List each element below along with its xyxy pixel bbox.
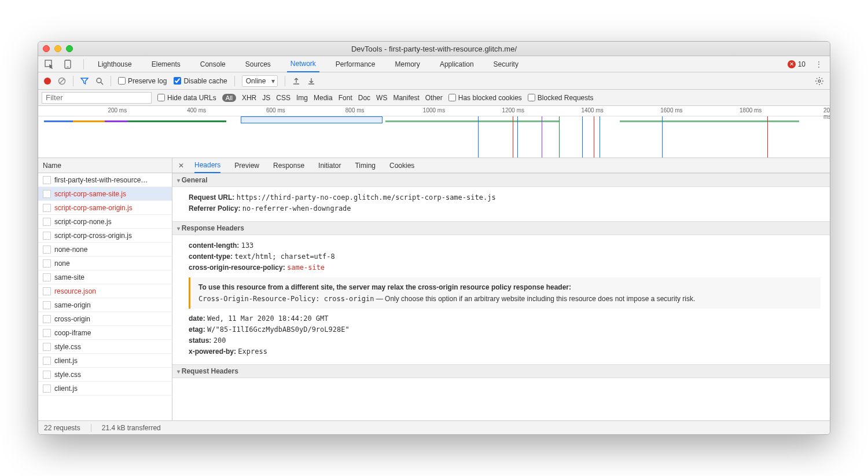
timeline-tick: 1200 ms xyxy=(502,107,524,113)
more-menu-icon[interactable]: ⋮ xyxy=(814,60,824,68)
error-count-badge[interactable]: ✕ 10 xyxy=(788,60,806,68)
panel-tab-lighthouse[interactable]: Lighthouse xyxy=(94,56,135,72)
device-toggle-icon[interactable] xyxy=(62,59,73,69)
file-icon xyxy=(43,329,51,337)
request-name: same-site xyxy=(54,273,84,281)
timeline-tick: 600 ms xyxy=(266,107,285,113)
timeline-tick: 800 ms xyxy=(345,107,365,113)
search-icon[interactable] xyxy=(95,77,104,85)
detail-tab-initiator[interactable]: Initiator xyxy=(318,158,341,173)
panel-tab-sources[interactable]: Sources xyxy=(242,56,274,72)
request-row[interactable]: cross-origin xyxy=(38,312,172,326)
detail-tab-headers[interactable]: Headers xyxy=(194,158,220,173)
filter-icon[interactable] xyxy=(80,77,89,85)
request-name: script-corp-cross-origin.js xyxy=(54,232,132,240)
request-row[interactable]: same-site xyxy=(38,270,172,284)
error-count: 10 xyxy=(798,60,806,68)
panel-tab-performance[interactable]: Performance xyxy=(332,56,379,72)
waterfall-overview[interactable]: 200 ms400 ms600 ms800 ms1000 ms1200 ms14… xyxy=(38,106,830,158)
devtools-window: DevTools - first-party-test-with-resourc… xyxy=(38,41,830,435)
svg-rect-2 xyxy=(67,67,69,67)
filter-input[interactable] xyxy=(42,92,152,104)
settings-gear-icon[interactable] xyxy=(815,76,824,86)
filter-type-xhr[interactable]: XHR xyxy=(242,94,256,102)
filter-type-doc[interactable]: Doc xyxy=(358,94,370,102)
request-row[interactable]: style.css xyxy=(38,340,172,354)
request-row[interactable]: resource.json xyxy=(38,284,172,298)
network-content: Name first-party-test-with-resource…scri… xyxy=(38,158,830,420)
timeline-tick: 200 ms xyxy=(108,107,127,113)
blocked-requests-checkbox[interactable]: Blocked Requests xyxy=(528,94,594,102)
filter-type-css[interactable]: CSS xyxy=(276,94,290,102)
filter-type-font[interactable]: Font xyxy=(339,94,352,102)
request-row[interactable]: same-origin xyxy=(38,298,172,312)
panel-tab-network[interactable]: Network xyxy=(287,56,319,72)
file-icon xyxy=(43,259,51,268)
disable-cache-checkbox[interactable]: Disable cache xyxy=(174,77,227,85)
detail-tab-cookies[interactable]: Cookies xyxy=(389,158,414,173)
hide-data-urls-checkbox[interactable]: Hide data URLs xyxy=(157,94,216,102)
svg-point-5 xyxy=(97,78,101,83)
detail-tab-preview[interactable]: Preview xyxy=(234,158,259,173)
section-response-headers[interactable]: Response Headers xyxy=(172,221,830,235)
section-request-headers[interactable]: Request Headers xyxy=(172,364,830,378)
request-row[interactable]: none-none xyxy=(38,243,172,257)
download-har-icon[interactable] xyxy=(307,77,315,85)
filter-type-ws[interactable]: WS xyxy=(376,94,387,102)
filter-type-manifest[interactable]: Manifest xyxy=(393,94,419,102)
detail-tab-timing[interactable]: Timing xyxy=(355,158,376,173)
filter-bar: Hide data URLs All XHRJSCSSImgMediaFontD… xyxy=(38,90,830,106)
detail-tab-response[interactable]: Response xyxy=(273,158,304,173)
request-row[interactable]: script-corp-same-origin.js xyxy=(38,201,172,215)
timeline-markers xyxy=(38,116,830,158)
request-row[interactable]: client.js xyxy=(38,382,172,396)
has-blocked-cookies-checkbox[interactable]: Has blocked cookies xyxy=(448,94,522,102)
throttling-select[interactable]: Online xyxy=(242,75,278,87)
request-row[interactable]: style.css xyxy=(38,368,172,382)
request-row[interactable]: script-corp-none.js xyxy=(38,215,172,229)
panel-tab-security[interactable]: Security xyxy=(490,56,522,72)
request-row[interactable]: coop-iframe xyxy=(38,326,172,340)
detail-tabbar: ✕ HeadersPreviewResponseInitiatorTimingC… xyxy=(172,158,830,173)
request-name: client.js xyxy=(54,385,78,393)
request-row[interactable]: none xyxy=(38,257,172,270)
file-icon xyxy=(43,218,51,226)
file-icon xyxy=(43,315,51,323)
file-icon xyxy=(43,287,51,295)
preserve-log-checkbox[interactable]: Preserve log xyxy=(118,77,167,85)
upload-har-icon[interactable] xyxy=(292,77,300,85)
panel-tab-application[interactable]: Application xyxy=(436,56,477,72)
timeline-tick: 400 ms xyxy=(187,107,206,113)
inspect-element-icon[interactable] xyxy=(44,59,54,69)
close-detail-icon[interactable]: ✕ xyxy=(178,162,184,170)
section-general[interactable]: General xyxy=(172,173,830,187)
panel-tab-elements[interactable]: Elements xyxy=(148,56,184,72)
panel-tab-console[interactable]: Console xyxy=(197,56,229,72)
status-transferred: 21.4 kB transferred xyxy=(102,424,161,432)
file-icon xyxy=(43,273,51,281)
request-row[interactable]: script-corp-same-site.js xyxy=(38,187,172,201)
filter-type-js[interactable]: JS xyxy=(262,94,270,102)
clear-icon[interactable] xyxy=(58,77,66,85)
timeline-tick: 1600 ms xyxy=(660,107,682,113)
filter-type-img[interactable]: Img xyxy=(296,94,308,102)
svg-line-6 xyxy=(101,82,103,85)
panel-tab-memory[interactable]: Memory xyxy=(392,56,424,72)
request-name: cross-origin xyxy=(54,315,90,323)
separator xyxy=(83,59,84,69)
filter-type-all[interactable]: All xyxy=(222,94,236,102)
filter-type-other[interactable]: Other xyxy=(425,94,443,102)
record-button[interactable] xyxy=(44,78,51,85)
timeline-tick: 1400 ms xyxy=(581,107,603,113)
request-list-header[interactable]: Name xyxy=(38,158,172,173)
request-row[interactable]: first-party-test-with-resource… xyxy=(38,173,172,187)
file-icon xyxy=(43,371,51,379)
request-name: client.js xyxy=(54,357,78,365)
request-name: style.css xyxy=(54,371,81,379)
request-name: script-corp-none.js xyxy=(54,218,112,226)
request-row[interactable]: script-corp-cross-origin.js xyxy=(38,229,172,243)
filter-type-media[interactable]: Media xyxy=(314,94,333,102)
window-title: DevTools - first-party-test-with-resourc… xyxy=(38,45,830,53)
request-row[interactable]: client.js xyxy=(38,354,172,368)
timeline-tick: 1000 ms xyxy=(423,107,445,113)
